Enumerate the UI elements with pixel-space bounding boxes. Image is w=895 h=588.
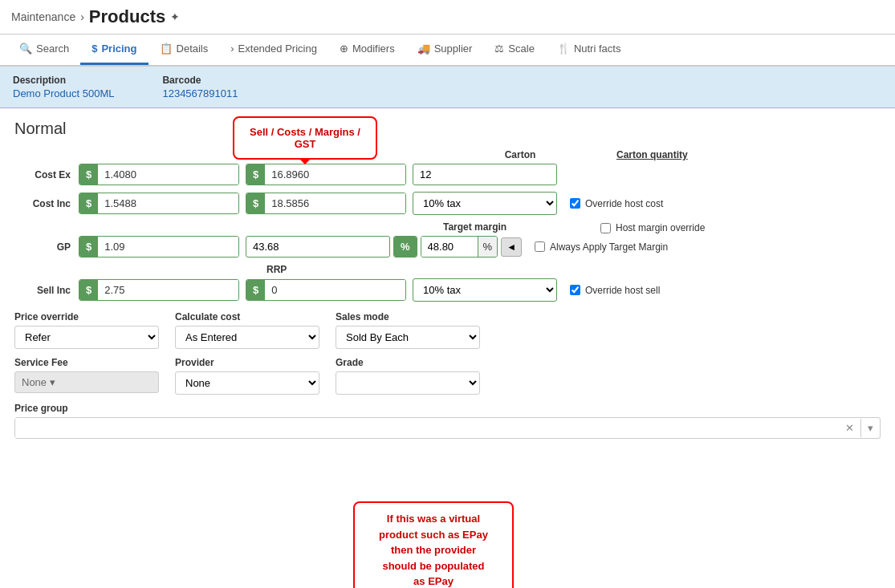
price-override-select[interactable]: Refer Override None — [14, 326, 159, 349]
sell-inc-unit-input[interactable] — [98, 280, 238, 300]
scale-icon: ⚖ — [494, 43, 504, 55]
sell-inc-rrp-dollar: $ — [246, 280, 265, 300]
cost-ex-carton-input[interactable] — [265, 164, 405, 185]
nutri-icon: 🍴 — [557, 43, 570, 55]
price-group-clear-btn[interactable]: ✕ — [839, 419, 860, 437]
tab-modifiers[interactable]: ⊕ Modifiers — [328, 34, 406, 65]
description-block: Description Demo Product 500ML — [13, 75, 114, 99]
override-host-sell-checkbox[interactable] — [570, 285, 580, 295]
dropdown-row-1: Price override Refer Override None Calcu… — [14, 311, 881, 349]
column-headers: Unit Carton Carton quantity — [79, 149, 881, 160]
target-margin-arrow-btn[interactable]: ◄ — [501, 237, 522, 257]
barcode-value: 1234567891011 — [162, 87, 238, 99]
gp-unit-input[interactable] — [98, 237, 238, 257]
cost-inc-tax-select[interactable]: 10% tax No tax — [413, 192, 557, 215]
cost-inc-unit-input[interactable] — [98, 193, 238, 213]
override-host-cost-checkbox[interactable] — [570, 198, 580, 209]
target-margin-input[interactable] — [421, 237, 478, 257]
sell-inc-rrp-input[interactable] — [265, 280, 405, 300]
gp-unit-dollar: $ — [79, 237, 98, 257]
target-margin-header: Target margin — [443, 221, 588, 233]
cost-ex-row: Cost Ex $ $ — [14, 164, 881, 185]
sell-inc-unit-input-group: $ — [79, 279, 239, 301]
target-margin-header-row: Target margin Host margin override — [79, 221, 881, 234]
description-value: Demo Product 500ML — [13, 87, 114, 99]
cost-ex-unit-input-group: $ — [79, 164, 239, 185]
gp-percent-group: % — [393, 236, 417, 258]
price-group-label: Price group — [14, 403, 881, 414]
price-group-input[interactable] — [15, 418, 839, 438]
provider-label: Provider — [175, 357, 319, 368]
tab-nutri-facts[interactable]: 🍴 Nutri facts — [546, 34, 633, 65]
breadcrumb-products: Products — [89, 6, 165, 27]
cost-ex-unit-dollar: $ — [79, 164, 98, 185]
price-group-input-wrapper: ✕ ▾ — [14, 417, 881, 439]
sell-inc-unit-dollar: $ — [79, 280, 98, 300]
service-fee-col: Service Fee None ▾ — [14, 357, 159, 395]
price-group-dropdown-btn[interactable]: ▾ — [860, 419, 880, 437]
override-host-sell-label: Override host sell — [585, 285, 660, 296]
cost-ex-carton-input-group: $ — [246, 164, 406, 185]
description-label: Description — [13, 75, 114, 86]
cost-ex-carton-dollar: $ — [246, 164, 265, 185]
sell-inc-row: Sell Inc $ $ 10% tax No tax Override hos… — [14, 278, 881, 302]
gp-carton-input[interactable] — [246, 236, 390, 258]
provider-select[interactable]: None EPay — [175, 371, 319, 395]
tab-extended-pricing[interactable]: › Extended Pricing — [219, 34, 328, 65]
modifiers-icon: ⊕ — [340, 43, 348, 55]
sell-inc-tax-select[interactable]: 10% tax No tax — [413, 278, 557, 302]
cost-inc-carton-dollar: $ — [246, 193, 265, 213]
cost-inc-carton-input-group: $ — [246, 193, 406, 214]
tab-details[interactable]: 📋 Details — [148, 34, 220, 65]
rrp-header: RRP — [266, 264, 287, 275]
sell-inc-label: Sell Inc — [14, 285, 79, 296]
tab-pricing[interactable]: $ Pricing — [80, 34, 148, 65]
grade-label: Grade — [336, 357, 480, 368]
cost-inc-label: Cost Inc — [14, 198, 79, 209]
product-info-bar: Description Demo Product 500ML Barcode 1… — [0, 67, 895, 108]
grade-col: Grade — [336, 357, 480, 395]
always-apply-target-margin-checkbox[interactable] — [535, 241, 545, 252]
target-margin-input-group: % — [421, 236, 498, 258]
always-apply-target-margin-label: Always Apply Target Margin — [550, 241, 668, 253]
main-content: Sell / Costs / Margins / GST Normal Unit… — [0, 108, 895, 588]
sales-mode-select[interactable]: Sold By Each Sold By Weight Sold By Volu… — [336, 326, 480, 349]
tab-scale[interactable]: ⚖ Scale — [483, 34, 546, 65]
dropdown-row-2: Service Fee None ▾ Provider None EPay Gr… — [14, 357, 881, 395]
always-apply-target-margin-item: Always Apply Target Margin — [535, 241, 668, 253]
sales-mode-label: Sales mode — [336, 311, 480, 322]
calculate-cost-select[interactable]: As Entered From Carton From Unit — [175, 326, 319, 349]
dropdowns-section: Price override Refer Override None Calcu… — [14, 311, 881, 439]
cost-inc-carton-input[interactable] — [265, 193, 405, 213]
cost-ex-qty-input[interactable] — [413, 164, 557, 185]
cost-inc-unit-input-group: $ — [79, 193, 239, 214]
override-host-cost-item: Override host cost — [570, 198, 663, 209]
service-fee-label: Service Fee — [14, 357, 159, 368]
calculate-cost-label: Calculate cost — [175, 311, 319, 322]
callout-epay: If this was a virtual product such as EP… — [353, 501, 514, 588]
sell-inc-rrp-input-group: $ — [246, 279, 406, 301]
host-margin-override-label: Host margin override — [616, 222, 705, 233]
dollar-icon: $ — [92, 43, 97, 55]
carton-quantity-header: Carton quantity — [608, 149, 769, 160]
chevron-right-icon: › — [230, 43, 234, 55]
normal-section: Normal Unit Carton Carton quantity Cost … — [14, 120, 881, 439]
search-icon: 🔍 — [19, 43, 32, 55]
provider-col: Provider None EPay — [175, 357, 319, 395]
sales-mode-col: Sales mode Sold By Each Sold By Weight S… — [336, 311, 480, 349]
price-override-label: Price override — [14, 311, 159, 322]
grade-select[interactable] — [336, 371, 480, 395]
cost-ex-unit-input[interactable] — [98, 164, 238, 185]
price-group-row: Price group ✕ ▾ — [14, 403, 881, 439]
sell-inc-checkboxes: Override host sell — [570, 285, 660, 296]
host-margin-override-checkbox[interactable] — [600, 223, 611, 233]
breadcrumb-arrow: › — [80, 10, 84, 23]
callout-scm: Sell / Costs / Margins / GST — [233, 116, 377, 160]
barcode-block: Barcode 1234567891011 — [162, 75, 238, 99]
supplier-icon: 🚚 — [417, 43, 430, 55]
cost-inc-row: Cost Inc $ $ 10% tax No tax Override hos… — [14, 192, 881, 215]
tab-supplier[interactable]: 🚚 Supplier — [406, 34, 484, 65]
target-margin-percent: % — [478, 237, 498, 257]
gp-unit-input-group: $ — [79, 236, 239, 258]
tab-search[interactable]: 🔍 Search — [8, 34, 80, 65]
